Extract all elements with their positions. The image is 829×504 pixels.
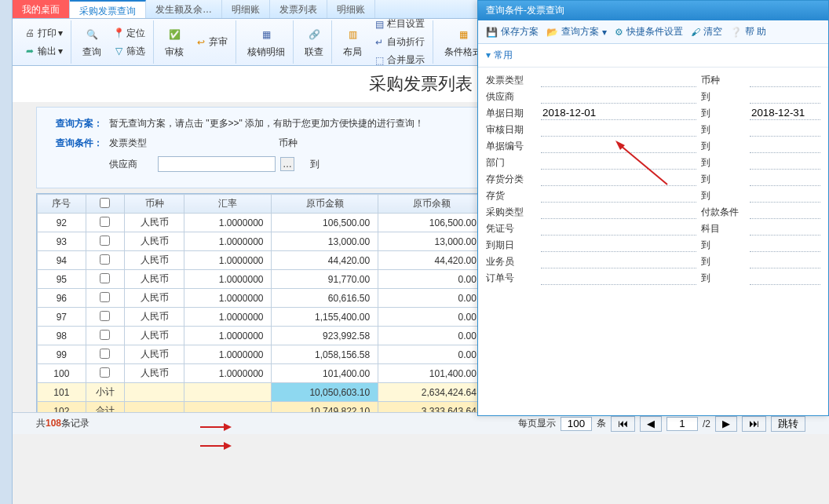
query-plan-label: 查询方案： xyxy=(49,117,103,130)
cond-from-input[interactable] xyxy=(541,139,696,153)
cond-to-input[interactable] xyxy=(750,73,820,87)
export-label: 输出 xyxy=(38,45,57,58)
cond-to-input[interactable] xyxy=(750,89,820,104)
printer-icon: 🖨 xyxy=(24,27,36,39)
tab-invoice-query[interactable]: 采购发票查询 xyxy=(70,0,146,18)
cond-to-input[interactable] xyxy=(750,122,820,137)
column-settings-button[interactable]: ▤栏目设置 xyxy=(370,16,428,32)
link-icon: 🔗 xyxy=(305,25,323,44)
print-button[interactable]: 🖨打印▾ xyxy=(20,25,66,42)
tab-invoice-list[interactable]: 发票列表 xyxy=(270,0,327,18)
open-plan-button[interactable]: 📂查询方案▾ xyxy=(546,25,607,38)
col-seq[interactable]: 序号 xyxy=(38,195,86,214)
left-dock xyxy=(0,0,13,504)
cond-from-input[interactable] xyxy=(541,221,696,236)
filter-button[interactable]: ▽筛选 xyxy=(109,43,148,60)
grid-icon: ▦ xyxy=(257,25,276,44)
jump-button[interactable]: 跳转 xyxy=(771,416,805,432)
panel-title: 查询条件-发票查询 xyxy=(478,1,828,20)
col-amount[interactable]: 原币金额 xyxy=(272,195,378,214)
auto-wrap-button[interactable]: ↵自动折行 xyxy=(370,34,428,50)
row-checkbox[interactable] xyxy=(100,311,110,321)
row-checkbox[interactable] xyxy=(100,273,110,283)
select-all-checkbox[interactable] xyxy=(100,198,110,208)
tab-desktop[interactable]: 我的桌面 xyxy=(13,0,70,18)
cond-to-input[interactable] xyxy=(750,155,820,170)
link-button[interactable]: 🔗联查 xyxy=(301,22,327,62)
page-size-label: 每页显示 xyxy=(518,417,556,430)
cond-from-input[interactable] xyxy=(541,271,696,285)
help-button[interactable]: ❔帮 助 xyxy=(730,25,766,38)
tab-detail-ledger[interactable]: 明细账 xyxy=(222,0,270,18)
cond-from-input[interactable] xyxy=(541,205,696,219)
cond-to-input[interactable] xyxy=(750,221,820,236)
link-label: 联查 xyxy=(305,46,323,59)
row-checkbox[interactable] xyxy=(100,254,110,265)
columns-icon: ▤ xyxy=(373,18,385,31)
col-currency[interactable]: 币种 xyxy=(125,195,184,214)
row-checkbox[interactable] xyxy=(100,330,110,340)
page-number-input[interactable] xyxy=(666,417,698,431)
cond-to-input[interactable] xyxy=(750,238,820,252)
panel-section-common[interactable]: ▾常用 xyxy=(478,44,828,68)
row-checkbox[interactable] xyxy=(100,236,110,246)
cond-from-input[interactable] xyxy=(541,254,696,268)
cond-to-label: 到 xyxy=(701,90,745,104)
query-cond-label: 查询条件： xyxy=(49,137,103,150)
tab-amount-balance[interactable]: 发生额及余… xyxy=(146,0,222,18)
cond-from-input[interactable] xyxy=(541,172,696,186)
cond-to-label: 到 xyxy=(701,173,745,186)
export-button[interactable]: ➦输出▾ xyxy=(20,43,66,60)
last-page-button[interactable]: ⏭ xyxy=(742,416,766,432)
cond-label: 单据编号 xyxy=(486,140,536,153)
merge-display-button[interactable]: ⬚合并显示 xyxy=(370,52,428,68)
condition-row: 凭证号科目 xyxy=(486,221,820,236)
row-checkbox[interactable] xyxy=(100,349,110,359)
cond-to-input[interactable] xyxy=(750,172,820,186)
quick-cond-button[interactable]: ⚙快捷条件设置 xyxy=(615,25,683,38)
writeoff-detail-button[interactable]: ▦核销明细 xyxy=(244,22,288,62)
cond-from-input[interactable] xyxy=(541,89,696,104)
cond-format-label: 条件格式 xyxy=(444,46,482,59)
page-size-unit: 条 xyxy=(597,417,606,430)
cond-label: 到期日 xyxy=(486,239,536,252)
next-page-button[interactable]: ▶ xyxy=(715,416,737,432)
stamp-icon: ✅ xyxy=(165,25,184,44)
locate-button[interactable]: 📍定位 xyxy=(109,25,148,42)
unaudit-label: 弃审 xyxy=(209,35,228,49)
page-size-input[interactable] xyxy=(561,417,592,431)
unaudit-button[interactable]: ↩弃审 xyxy=(192,34,231,50)
cond-to-input[interactable] xyxy=(750,139,820,153)
cond-from-input[interactable] xyxy=(541,188,696,203)
wrap-icon: ↵ xyxy=(373,36,385,49)
cond-to-input[interactable] xyxy=(750,205,820,219)
cond-to-input[interactable] xyxy=(750,271,820,285)
cond-from-input[interactable] xyxy=(541,155,696,170)
row-checkbox[interactable] xyxy=(100,292,110,302)
first-page-button[interactable]: ⏮ xyxy=(611,416,635,432)
save-plan-button[interactable]: 💾保存方案 xyxy=(486,25,539,38)
cond-from-input[interactable] xyxy=(541,106,696,120)
cond-to-input[interactable] xyxy=(750,254,820,268)
layout-button[interactable]: ▥布局 xyxy=(340,22,365,62)
prev-page-button[interactable]: ◀ xyxy=(640,416,662,432)
row-checkbox[interactable] xyxy=(100,217,110,227)
supplier-input[interactable] xyxy=(158,156,276,172)
tab-detail-ledger-2[interactable]: 明细账 xyxy=(327,0,375,18)
clear-button[interactable]: 🖌清空 xyxy=(691,25,722,38)
help-icon: ❔ xyxy=(730,27,742,38)
cond-to-input[interactable] xyxy=(750,188,820,203)
col-balance[interactable]: 原币余额 xyxy=(378,195,485,214)
row-checkbox[interactable] xyxy=(100,367,110,378)
query-button[interactable]: 🔍查询 xyxy=(79,22,104,62)
cond-to-label: 到 xyxy=(701,123,745,137)
cond-from-input[interactable] xyxy=(541,238,696,252)
audit-button[interactable]: ✅审核 xyxy=(162,22,187,62)
supplier-lookup-button[interactable]: … xyxy=(280,157,294,171)
col-rate[interactable]: 汇率 xyxy=(184,195,272,214)
cond-from-input[interactable] xyxy=(541,122,696,137)
cond-from-input[interactable] xyxy=(541,73,696,87)
query-plan-text: 暂无查询方案，请点击 "更多>>" 添加，有助于您更加方便快捷的进行查询！ xyxy=(109,117,424,130)
cond-to-input[interactable] xyxy=(750,106,820,120)
col-check[interactable] xyxy=(86,195,124,214)
